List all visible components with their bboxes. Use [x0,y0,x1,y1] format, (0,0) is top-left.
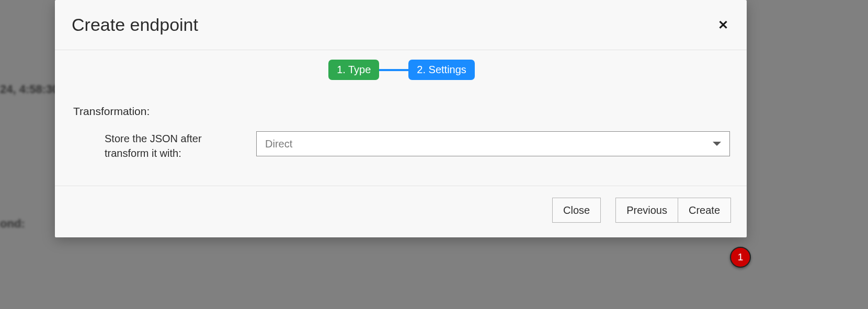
annotation-badge: 1 [730,247,751,268]
label-transform-with: Store the JSON after transform it with: [105,131,246,161]
close-icon[interactable]: ✕ [718,19,728,31]
step-settings[interactable]: 2. Settings [408,60,475,80]
background-timestamp: 24, 4:58:30 [0,83,59,96]
modal-footer: Close Previous Create [55,186,747,237]
footer-button-group: Previous Create [615,198,731,223]
transform-select-value: Direct [265,138,292,150]
transform-select[interactable]: Direct [256,131,730,156]
wizard-stepper: 1. Type 2. Settings [73,60,730,80]
background-label-fragment: ond: [0,217,25,231]
step-connector [379,69,408,71]
section-label-transformation: Transformation: [73,105,730,118]
previous-button[interactable]: Previous [615,198,678,223]
form-row-transform: Store the JSON after transform it with: … [73,131,730,161]
modal-title: Create endpoint [72,15,198,35]
create-button[interactable]: Create [678,198,731,223]
step-type[interactable]: 1. Type [328,60,379,80]
modal-body: 1. Type 2. Settings Transformation: Stor… [55,50,747,186]
caret-down-icon [713,142,721,146]
modal-header: Create endpoint ✕ [55,0,747,50]
close-button[interactable]: Close [552,198,601,223]
create-endpoint-modal: Create endpoint ✕ 1. Type 2. Settings Tr… [55,0,747,237]
transform-select-wrapper: Direct [256,131,730,156]
